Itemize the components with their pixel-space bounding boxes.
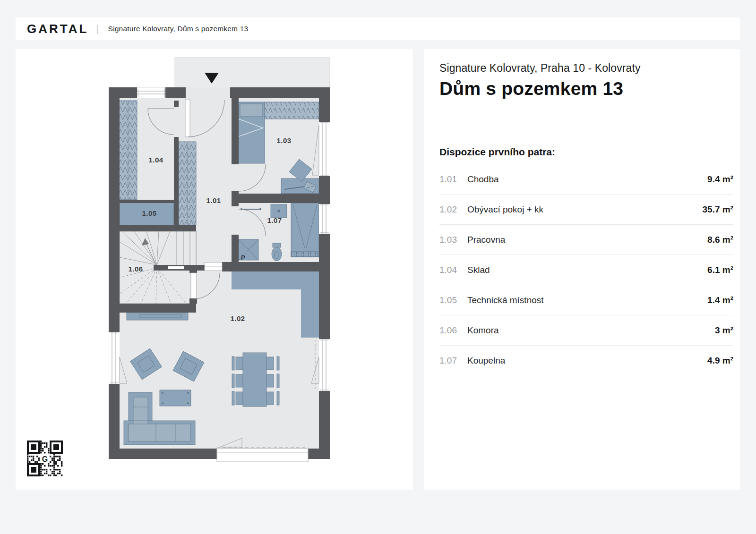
- room-row: 1.02 Obývací pokoj + kk 35.7 m²: [439, 195, 733, 225]
- sink: [271, 204, 287, 218]
- room-code: 1.03: [439, 235, 467, 245]
- room-area: 6.1 m²: [707, 265, 733, 275]
- room-row: 1.07 Koupelna 4.9 m²: [439, 346, 733, 375]
- room-row: 1.04 Sklad 6.1 m²: [439, 255, 733, 285]
- sliding-door-slot: [168, 266, 184, 269]
- page-title: Dům s pozemkem 13: [439, 78, 733, 99]
- floorplan-card: 1.01 1.02 1.03 1.04 1.05 1.06 1.07 P G: [16, 49, 413, 490]
- room-label-1-01: 1.01: [206, 196, 221, 204]
- room-label-1-07: 1.07: [267, 216, 282, 224]
- room-code: 1.02: [439, 204, 467, 215]
- room-name: Chodba: [467, 174, 707, 185]
- room-name: Obývací pokoj + kk: [467, 204, 703, 215]
- wardrobe-104: [119, 101, 137, 200]
- details-panel: Signature Kolovraty, Praha 10 - Kolovrat…: [424, 49, 740, 490]
- room-row: 1.05 Technická místnost 1.4 m²: [439, 285, 733, 315]
- room-list: 1.01 Chodba 9.4 m² 1.02 Obývací pokoj + …: [439, 164, 733, 375]
- project-location: Signature Kolovraty, Praha 10 - Kolovrat…: [439, 62, 733, 75]
- room-name: Koupelna: [467, 356, 707, 366]
- entrance-porch: [175, 58, 330, 88]
- window: [109, 332, 120, 384]
- toilet: [272, 243, 282, 261]
- sideboard: [127, 313, 188, 320]
- window: [137, 88, 165, 98]
- room-row: 1.03 Pracovna 8.6 m²: [439, 225, 733, 255]
- room-label-1-02: 1.02: [231, 314, 245, 322]
- room-label-1-03: 1.03: [277, 136, 292, 144]
- room-name: Sklad: [467, 265, 707, 275]
- room-name: Pracovna: [467, 235, 707, 245]
- room-code: 1.06: [439, 325, 467, 336]
- app-header: GARTAL | Signature Kolovraty, Dům s poze…: [16, 17, 740, 40]
- room-label-1-04: 1.04: [149, 156, 163, 164]
- terrace-door-sill: [217, 449, 308, 462]
- qr-center-letter: G: [42, 455, 48, 463]
- window: [319, 122, 330, 176]
- room-row: 1.06 Komora 3 m²: [439, 315, 733, 346]
- room-code: 1.07: [439, 356, 467, 366]
- room-area: 3 m²: [715, 325, 733, 336]
- window: [319, 339, 330, 391]
- door-leaf: [191, 273, 197, 298]
- coffee-table: [160, 390, 191, 406]
- wardrobe-103: [265, 102, 319, 119]
- room-area: 9.4 m²: [707, 174, 733, 185]
- dining-set: [232, 353, 279, 407]
- bed: [239, 102, 265, 163]
- header-separator: |: [96, 24, 98, 34]
- floorplan-svg: 1.01 1.02 1.03 1.04 1.05 1.06 1.07 P G: [16, 49, 413, 490]
- window: [319, 204, 330, 234]
- room-code: 1.05: [439, 295, 467, 305]
- room-area: 4.9 m²: [707, 356, 733, 366]
- room-row: 1.01 Chodba 9.4 m²: [439, 164, 733, 195]
- room-code: 1.04: [439, 265, 467, 275]
- gartal-logo: GARTAL: [27, 22, 88, 36]
- desk: [281, 178, 319, 194]
- room-area: 35.7 m²: [703, 204, 733, 215]
- room-name: Komora: [467, 325, 715, 336]
- room-area: 1.4 m²: [707, 295, 733, 305]
- room-label-1-05: 1.05: [142, 209, 157, 217]
- room-code: 1.01: [439, 174, 467, 185]
- wardrobe-corridor: [179, 142, 196, 225]
- section-heading: Dispozice prvního patra:: [439, 146, 733, 158]
- room-area: 8.6 m²: [707, 235, 733, 245]
- breadcrumb: Signature Kolovraty, Dům s pozemkem 13: [108, 25, 249, 33]
- dining-table: [243, 353, 266, 407]
- bathtub: [291, 203, 319, 257]
- washer-label: P: [241, 254, 245, 261]
- room-name: Technická místnost: [467, 295, 707, 305]
- room-label-1-06: 1.06: [129, 265, 143, 273]
- entrance-door-leaf: [185, 99, 190, 137]
